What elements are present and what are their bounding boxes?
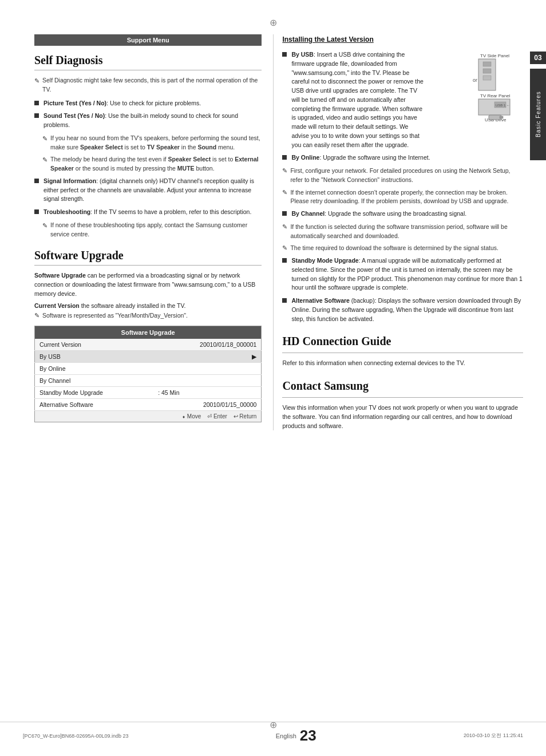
tv-diagram: TV Side Panel or TV Rear Panel bbox=[432, 50, 520, 125]
sw-row-current-label: Current Version bbox=[35, 339, 154, 351]
sw-row-byonline-label: By Online bbox=[35, 363, 154, 375]
sound-sub-note-1: If you hear no sound from the TV's speak… bbox=[34, 134, 262, 152]
current-version-suffix: the software already installed in the TV… bbox=[80, 302, 186, 309]
sw-upgrade-desc: Software Upgrade can be performed via a … bbox=[34, 271, 262, 298]
return-icon: ↩ Return bbox=[234, 413, 257, 419]
page-number-label: English bbox=[276, 733, 296, 739]
self-diagnosis-divider bbox=[34, 70, 262, 70]
picture-test-desc: : Use to check for picture problems. bbox=[106, 100, 201, 106]
sw-row-alt-label: Alternative Software bbox=[35, 399, 154, 411]
bullet-square-icon bbox=[282, 211, 287, 216]
self-diagnosis-note: Self Diagnostic might take few seconds, … bbox=[34, 76, 262, 94]
sw-upgrade-table: Software Upgrade Current Version 20010/0… bbox=[34, 326, 262, 422]
table-row[interactable]: By USB ▶ bbox=[35, 351, 262, 363]
content-wrapper: Support Menu Self Diagnosis Self Diagnos… bbox=[0, 0, 546, 453]
page-container: ⊕ 03 Basic Features Support Menu Self Di… bbox=[0, 0, 546, 756]
table-footer-row: ⬧ Move ⏎ Enter ↩ Return bbox=[35, 411, 262, 422]
by-usb-content: By USB: Insert a USB drive containing th… bbox=[291, 50, 426, 149]
standby-mode-label: Standby Mode Upgrade bbox=[291, 257, 358, 264]
svg-rect-4 bbox=[483, 76, 491, 80]
alt-software-label: Alternative Software bbox=[291, 297, 350, 304]
svg-rect-3 bbox=[483, 69, 491, 73]
enter-icon: ⏎ Enter bbox=[207, 413, 227, 419]
by-online-note-2: If the internet connection doesn't opera… bbox=[282, 188, 523, 207]
current-version-text: Current Version the software already ins… bbox=[34, 302, 262, 309]
bullet-square-icon bbox=[34, 209, 39, 214]
crosshair-top-icon: ⊕ bbox=[270, 17, 277, 28]
hd-connection-section: HD Connection Guide Refer to this inform… bbox=[282, 333, 523, 368]
by-usb-bullet: By USB: Insert a USB drive containing th… bbox=[282, 50, 426, 149]
bullet-square-icon bbox=[282, 155, 287, 160]
svg-text:TV Side Panel: TV Side Panel bbox=[480, 53, 509, 58]
move-icon: ⬧ Move bbox=[182, 413, 201, 419]
installing-title: Installing the Latest Version bbox=[282, 34, 523, 45]
by-online-item: By Online: Upgrade the software using th… bbox=[282, 153, 523, 163]
sound-sub-note-2: The melody be heard during the test even… bbox=[34, 155, 262, 173]
sw-note: Software is represented as "Year/Month/D… bbox=[34, 311, 262, 320]
contact-samsung-section: Contact Samsung View this information wh… bbox=[282, 377, 523, 430]
alt-software-item: Alternative Software (backup): Displays … bbox=[282, 296, 523, 323]
bullet-square-icon bbox=[34, 179, 39, 183]
signal-info-content: Signal Information: (digital channels on… bbox=[43, 177, 262, 204]
svg-rect-12 bbox=[500, 116, 503, 118]
by-usb-desc: : Insert a USB drive containing the firm… bbox=[291, 51, 424, 148]
by-online-label: By Online bbox=[291, 154, 319, 161]
chapter-number: 03 bbox=[530, 52, 546, 64]
hd-connection-title: HD Connection Guide bbox=[282, 333, 523, 350]
page-number-area: English 23 bbox=[276, 727, 316, 745]
self-diagnosis-title: Self Diagnosis bbox=[34, 54, 262, 67]
by-usb-label: By USB bbox=[291, 51, 314, 58]
table-row[interactable]: By Channel bbox=[35, 375, 262, 387]
sw-row-byusb-arrow: ▶ bbox=[153, 351, 262, 363]
bullet-square-icon bbox=[34, 101, 39, 105]
contact-samsung-desc: View this information when your TV does … bbox=[282, 403, 523, 430]
support-menu-header: Support Menu bbox=[34, 34, 262, 46]
signal-info-item: Signal Information: (digital channels on… bbox=[34, 177, 262, 204]
standby-mode-item: Standby Mode Upgrade: A manual upgrade w… bbox=[282, 256, 523, 292]
right-col-inner: Installing the Latest Version TV Side Pa… bbox=[282, 34, 523, 430]
picture-test-content: Picture Test (Yes / No): Use to check fo… bbox=[43, 99, 262, 108]
sw-table-footer: ⬧ Move ⏎ Enter ↩ Return bbox=[35, 411, 262, 422]
contact-samsung-title: Contact Samsung bbox=[282, 377, 523, 394]
troubleshooting-label: Troubleshooting bbox=[43, 208, 90, 215]
signal-info-label: Signal Information bbox=[43, 177, 96, 184]
hd-connection-divider bbox=[282, 353, 523, 353]
page-number: 23 bbox=[300, 727, 316, 745]
sw-row-standby-label: Standby Mode Upgrade bbox=[35, 387, 154, 399]
sw-row-bychannel-label: By Channel bbox=[35, 375, 154, 387]
by-online-content: By Online: Upgrade the software using th… bbox=[291, 153, 523, 163]
sound-test-item: Sound Test (Yes / No): Use the built-in … bbox=[34, 112, 262, 130]
by-usb-section: TV Side Panel or TV Rear Panel bbox=[282, 50, 523, 153]
sw-row-byusb-label: By USB bbox=[35, 351, 154, 363]
sw-upgrade-desc-bold: Software Upgrade bbox=[34, 272, 86, 279]
footer-file-info: [PC670_W-Euro]BN68-02695A-00L09.indb 23 bbox=[23, 733, 128, 739]
by-channel-label: By Channel bbox=[291, 210, 325, 217]
sw-row-alt-value: 20010/01/15_00000 bbox=[153, 399, 262, 411]
table-row[interactable]: By Online bbox=[35, 363, 262, 375]
troubleshooting-item: Troubleshooting: If the TV seems to have… bbox=[34, 208, 262, 217]
svg-rect-2 bbox=[483, 62, 491, 66]
sw-upgrade-title: Software Upgrade bbox=[34, 249, 262, 262]
chapter-label: Basic Features bbox=[530, 69, 546, 160]
sw-upgrade-divider bbox=[34, 265, 262, 266]
by-channel-note-2: The time required to download the softwa… bbox=[282, 244, 523, 253]
table-row[interactable]: Alternative Software 20010/01/15_00000 bbox=[35, 399, 262, 411]
by-channel-item: By Channel: Upgrade the software using t… bbox=[282, 209, 523, 219]
by-channel-desc: : Upgrade the software using the broadca… bbox=[325, 210, 466, 217]
table-row: Current Version 20010/01/18_000001 bbox=[35, 339, 262, 351]
troubleshooting-content: Troubleshooting: If the TV seems to have… bbox=[43, 208, 262, 217]
troubleshoot-note: If none of these troubleshooting tips ap… bbox=[34, 221, 262, 239]
sw-row-byonline-value bbox=[153, 363, 262, 375]
troubleshooting-desc: : If the TV seems to have a problem, ref… bbox=[90, 208, 251, 215]
svg-text:USB 1 ←: USB 1 ← bbox=[496, 104, 510, 107]
sound-test-label: Sound Test (Yes / No) bbox=[43, 112, 105, 119]
table-row[interactable]: Standby Mode Upgrade : 45 Min bbox=[35, 387, 262, 399]
by-channel-content: By Channel: Upgrade the software using t… bbox=[291, 209, 523, 219]
diagram-area: TV Side Panel or TV Rear Panel bbox=[432, 50, 523, 128]
software-upgrade-section: Software Upgrade Software Upgrade can be… bbox=[34, 249, 262, 422]
bullet-square-icon bbox=[282, 258, 287, 263]
page-footer: [PC670_W-Euro]BN68-02695A-00L09.indb 23 … bbox=[0, 722, 546, 745]
bullet-square-icon bbox=[34, 113, 39, 118]
sw-table-header: Software Upgrade bbox=[35, 326, 262, 339]
svg-text:TV Rear Panel: TV Rear Panel bbox=[480, 93, 511, 98]
